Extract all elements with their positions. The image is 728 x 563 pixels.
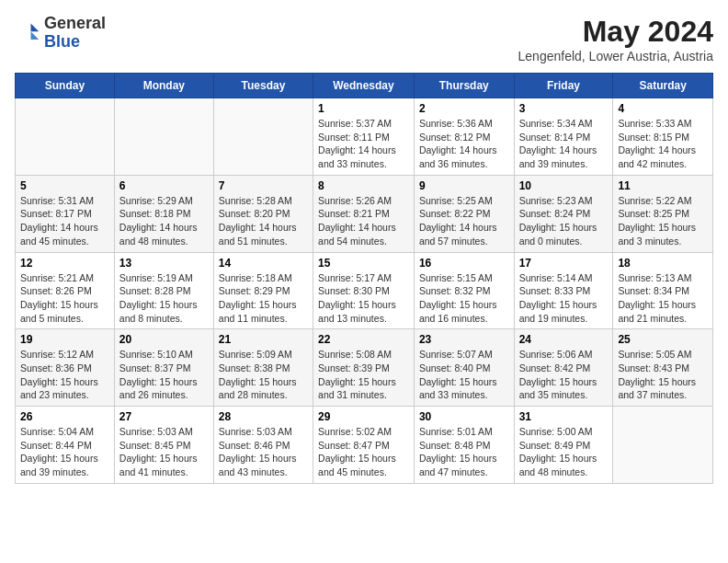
svg-marker-0: [31, 23, 40, 31]
calendar-week-row: 1Sunrise: 5:37 AMSunset: 8:11 PMDaylight…: [16, 98, 713, 176]
day-info: Sunrise: 5:19 AMSunset: 8:28 PMDaylight:…: [119, 271, 209, 326]
calendar-cell: 13Sunrise: 5:19 AMSunset: 8:28 PMDayligh…: [114, 252, 213, 329]
calendar-cell: 19Sunrise: 5:12 AMSunset: 8:36 PMDayligh…: [16, 329, 115, 407]
logo-text: General Blue: [44, 15, 106, 52]
day-info: Sunrise: 5:10 AMSunset: 8:37 PMDaylight:…: [119, 348, 209, 402]
day-number: 8: [318, 179, 409, 192]
day-info: Sunrise: 5:21 AMSunset: 8:26 PMDaylight:…: [20, 271, 109, 326]
calendar-cell: 18Sunrise: 5:13 AMSunset: 8:34 PMDayligh…: [613, 252, 713, 329]
calendar-cell: 26Sunrise: 5:04 AMSunset: 8:44 PMDayligh…: [16, 407, 115, 484]
calendar-cell: 22Sunrise: 5:08 AMSunset: 8:39 PMDayligh…: [313, 329, 415, 407]
calendar-cell: 28Sunrise: 5:03 AMSunset: 8:46 PMDayligh…: [213, 407, 313, 484]
calendar-cell: 29Sunrise: 5:02 AMSunset: 8:47 PMDayligh…: [313, 407, 415, 484]
calendar-cell: 7Sunrise: 5:28 AMSunset: 8:20 PMDaylight…: [213, 175, 313, 252]
day-info: Sunrise: 5:18 AMSunset: 8:29 PMDaylight:…: [219, 271, 308, 326]
weekday-header-tuesday: Tuesday: [213, 74, 313, 98]
day-info: Sunrise: 5:02 AMSunset: 8:47 PMDaylight:…: [318, 425, 409, 479]
calendar-table: SundayMondayTuesdayWednesdayThursdayFrid…: [15, 73, 713, 484]
day-info: Sunrise: 5:14 AMSunset: 8:33 PMDaylight:…: [519, 271, 609, 326]
calendar-cell: [16, 98, 115, 176]
day-number: 23: [419, 333, 509, 346]
calendar-cell: 11Sunrise: 5:22 AMSunset: 8:25 PMDayligh…: [613, 175, 713, 252]
logo-general: General: [44, 14, 106, 32]
calendar-cell: 17Sunrise: 5:14 AMSunset: 8:33 PMDayligh…: [514, 252, 613, 329]
day-number: 20: [119, 333, 209, 346]
weekday-header-thursday: Thursday: [414, 74, 514, 98]
calendar-cell: 16Sunrise: 5:15 AMSunset: 8:32 PMDayligh…: [414, 252, 514, 329]
day-info: Sunrise: 5:22 AMSunset: 8:25 PMDaylight:…: [618, 194, 708, 248]
day-number: 26: [20, 410, 109, 423]
day-number: 22: [318, 333, 409, 346]
calendar-cell: 23Sunrise: 5:07 AMSunset: 8:40 PMDayligh…: [414, 329, 514, 407]
day-info: Sunrise: 5:33 AMSunset: 8:15 PMDaylight:…: [618, 117, 708, 171]
day-number: 19: [20, 333, 109, 346]
day-info: Sunrise: 5:36 AMSunset: 8:12 PMDaylight:…: [419, 117, 509, 171]
day-number: 5: [20, 179, 109, 192]
day-info: Sunrise: 5:06 AMSunset: 8:42 PMDaylight:…: [519, 348, 609, 402]
day-info: Sunrise: 5:04 AMSunset: 8:44 PMDaylight:…: [20, 425, 109, 479]
logo-blue: Blue: [44, 32, 80, 51]
day-number: 12: [20, 257, 109, 270]
calendar-cell: 31Sunrise: 5:00 AMSunset: 8:49 PMDayligh…: [514, 407, 613, 484]
calendar-cell: 12Sunrise: 5:21 AMSunset: 8:26 PMDayligh…: [16, 252, 115, 329]
day-info: Sunrise: 5:26 AMSunset: 8:21 PMDaylight:…: [318, 194, 409, 248]
day-number: 15: [318, 257, 409, 270]
calendar-cell: 9Sunrise: 5:25 AMSunset: 8:22 PMDaylight…: [414, 175, 514, 252]
logo-icon: [15, 20, 40, 46]
calendar-week-row: 12Sunrise: 5:21 AMSunset: 8:26 PMDayligh…: [16, 252, 713, 329]
calendar-cell: 3Sunrise: 5:34 AMSunset: 8:14 PMDaylight…: [514, 98, 613, 176]
month-year: May 2024: [518, 15, 713, 49]
calendar-cell: 21Sunrise: 5:09 AMSunset: 8:38 PMDayligh…: [213, 329, 313, 407]
calendar-cell: 6Sunrise: 5:29 AMSunset: 8:18 PMDaylight…: [114, 175, 213, 252]
page-header: General Blue May 2024 Lengenfeld, Lower …: [15, 15, 713, 63]
day-number: 21: [219, 333, 308, 346]
day-number: 29: [318, 410, 409, 423]
day-info: Sunrise: 5:31 AMSunset: 8:17 PMDaylight:…: [20, 194, 109, 248]
weekday-header-saturday: Saturday: [613, 74, 713, 98]
day-number: 11: [618, 179, 708, 192]
day-number: 30: [419, 410, 509, 423]
day-info: Sunrise: 5:28 AMSunset: 8:20 PMDaylight:…: [219, 194, 308, 248]
day-info: Sunrise: 5:08 AMSunset: 8:39 PMDaylight:…: [318, 348, 409, 402]
day-number: 16: [419, 257, 509, 270]
calendar-week-row: 5Sunrise: 5:31 AMSunset: 8:17 PMDaylight…: [16, 175, 713, 252]
day-info: Sunrise: 5:23 AMSunset: 8:24 PMDaylight:…: [519, 194, 609, 248]
day-info: Sunrise: 5:01 AMSunset: 8:48 PMDaylight:…: [419, 425, 509, 479]
day-info: Sunrise: 5:05 AMSunset: 8:43 PMDaylight:…: [618, 348, 708, 402]
day-info: Sunrise: 5:03 AMSunset: 8:46 PMDaylight:…: [219, 425, 308, 479]
day-number: 18: [618, 257, 708, 270]
day-info: Sunrise: 5:09 AMSunset: 8:38 PMDaylight:…: [219, 348, 308, 402]
day-info: Sunrise: 5:15 AMSunset: 8:32 PMDaylight:…: [419, 271, 509, 326]
day-info: Sunrise: 5:07 AMSunset: 8:40 PMDaylight:…: [419, 348, 509, 402]
day-number: 14: [219, 257, 308, 270]
calendar-cell: 2Sunrise: 5:36 AMSunset: 8:12 PMDaylight…: [414, 98, 514, 176]
weekday-header-sunday: Sunday: [16, 74, 115, 98]
logo: General Blue: [15, 15, 106, 52]
calendar-cell: 14Sunrise: 5:18 AMSunset: 8:29 PMDayligh…: [213, 252, 313, 329]
calendar-week-row: 19Sunrise: 5:12 AMSunset: 8:36 PMDayligh…: [16, 329, 713, 407]
day-info: Sunrise: 5:25 AMSunset: 8:22 PMDaylight:…: [419, 194, 509, 248]
calendar-cell: 20Sunrise: 5:10 AMSunset: 8:37 PMDayligh…: [114, 329, 213, 407]
day-info: Sunrise: 5:03 AMSunset: 8:45 PMDaylight:…: [119, 425, 209, 479]
calendar-cell: [213, 98, 313, 176]
day-info: Sunrise: 5:17 AMSunset: 8:30 PMDaylight:…: [318, 271, 409, 326]
day-info: Sunrise: 5:34 AMSunset: 8:14 PMDaylight:…: [519, 117, 609, 171]
day-number: 27: [119, 410, 209, 423]
calendar-cell: 5Sunrise: 5:31 AMSunset: 8:17 PMDaylight…: [16, 175, 115, 252]
svg-marker-1: [31, 31, 40, 40]
day-number: 4: [618, 102, 708, 115]
day-number: 28: [219, 410, 308, 423]
calendar-cell: 10Sunrise: 5:23 AMSunset: 8:24 PMDayligh…: [514, 175, 613, 252]
calendar-cell: 4Sunrise: 5:33 AMSunset: 8:15 PMDaylight…: [613, 98, 713, 176]
calendar-cell: 1Sunrise: 5:37 AMSunset: 8:11 PMDaylight…: [313, 98, 415, 176]
day-info: Sunrise: 5:29 AMSunset: 8:18 PMDaylight:…: [119, 194, 209, 248]
day-info: Sunrise: 5:37 AMSunset: 8:11 PMDaylight:…: [318, 117, 409, 171]
day-number: 13: [119, 257, 209, 270]
calendar-header-row: SundayMondayTuesdayWednesdayThursdayFrid…: [16, 74, 713, 98]
day-number: 7: [219, 179, 308, 192]
weekday-header-monday: Monday: [114, 74, 213, 98]
day-number: 2: [419, 102, 509, 115]
day-info: Sunrise: 5:13 AMSunset: 8:34 PMDaylight:…: [618, 271, 708, 326]
calendar-cell: 27Sunrise: 5:03 AMSunset: 8:45 PMDayligh…: [114, 407, 213, 484]
day-number: 1: [318, 102, 409, 115]
